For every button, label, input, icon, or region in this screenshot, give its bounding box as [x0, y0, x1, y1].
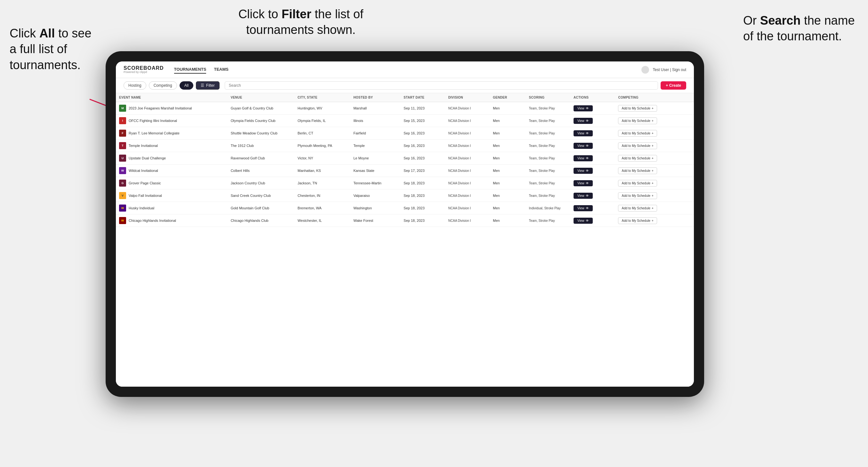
- eye-icon: 👁: [586, 106, 589, 110]
- cell-city: Plymouth Meeting, PA: [294, 139, 350, 152]
- plus-icon: +: [652, 194, 654, 197]
- tab-all[interactable]: All: [180, 81, 193, 90]
- th-actions: ACTIONS: [570, 93, 615, 102]
- team-logo: M: [119, 105, 126, 112]
- add-schedule-button[interactable]: Add to My Schedule +: [618, 155, 657, 162]
- cell-division: NCAA Division I: [445, 139, 490, 152]
- cell-venue: Sand Creek Country Club: [227, 189, 294, 202]
- event-name: Valpo Fall Invitational: [129, 194, 162, 197]
- view-button[interactable]: View 👁: [574, 180, 593, 186]
- filter-icon: ☰: [201, 83, 204, 88]
- cell-division: NCAA Division I: [445, 152, 490, 164]
- app-header: SCOREBOARD Powered by clippd TOURNAMENTS…: [116, 61, 694, 78]
- add-schedule-button[interactable]: Add to My Schedule +: [618, 205, 657, 212]
- filter-label: Filter: [206, 83, 215, 88]
- cell-city: Jackson, TN: [294, 177, 350, 189]
- cell-venue: Olympia Fields Country Club: [227, 115, 294, 127]
- search-input[interactable]: [225, 81, 658, 90]
- table-row: G Grover Page Classic Jackson Country Cl…: [116, 177, 694, 189]
- cell-hosted: Fairfield: [350, 127, 400, 139]
- add-schedule-button[interactable]: Add to My Schedule +: [618, 180, 657, 187]
- view-button[interactable]: View 👁: [574, 193, 593, 199]
- nav-tab-tournaments[interactable]: TOURNAMENTS: [174, 66, 207, 73]
- filter-button[interactable]: ☰ Filter: [196, 81, 220, 90]
- cell-venue: Shuttle Meadow Country Club: [227, 127, 294, 139]
- view-button[interactable]: View 👁: [574, 168, 593, 174]
- nav-tabs: TOURNAMENTS TEAMS: [174, 66, 228, 73]
- cell-city: Olympia Fields, IL: [294, 115, 350, 127]
- cell-competing: Add to My Schedule +: [615, 139, 694, 152]
- view-button[interactable]: View 👁: [574, 218, 593, 224]
- add-schedule-button[interactable]: Add to My Schedule +: [618, 192, 657, 199]
- cell-competing: Add to My Schedule +: [615, 214, 694, 227]
- view-button[interactable]: View 👁: [574, 105, 593, 112]
- cell-gender: Men: [490, 164, 526, 177]
- plus-icon: +: [652, 169, 654, 173]
- cell-city: Chesterton, IN: [294, 189, 350, 202]
- team-logo: G: [119, 180, 126, 187]
- tournaments-table: EVENT NAME VENUE CITY, STATE HOSTED BY S…: [116, 93, 694, 227]
- tab-competing[interactable]: Competing: [149, 81, 177, 90]
- user-avatar: [642, 66, 649, 73]
- th-gender: GENDER: [490, 93, 526, 102]
- add-schedule-button[interactable]: Add to My Schedule +: [618, 118, 657, 124]
- cell-division: NCAA Division I: [445, 177, 490, 189]
- add-schedule-button[interactable]: Add to My Schedule +: [618, 130, 657, 137]
- cell-division: NCAA Division I: [445, 189, 490, 202]
- plus-icon: +: [652, 119, 654, 123]
- eye-icon: 👁: [586, 194, 589, 197]
- th-division: DIVISION: [445, 93, 490, 102]
- event-name: Upstate Dual Challenge: [129, 156, 166, 160]
- view-button[interactable]: View 👁: [574, 143, 593, 149]
- cell-city: Manhattan, KS: [294, 164, 350, 177]
- cell-competing: Add to My Schedule +: [615, 189, 694, 202]
- create-button[interactable]: + Create: [660, 81, 686, 90]
- cell-gender: Men: [490, 127, 526, 139]
- table-row: I OFCC Fighting Illini Invitational Olym…: [116, 115, 694, 127]
- cell-gender: Men: [490, 214, 526, 227]
- cell-gender: Men: [490, 139, 526, 152]
- plus-icon: +: [652, 219, 654, 222]
- cell-event: F Ryan T. Lee Memorial Collegiate: [116, 127, 227, 139]
- cell-hosted: Le Moyne: [350, 152, 400, 164]
- cell-actions: View 👁: [570, 189, 615, 202]
- cell-actions: View 👁: [570, 164, 615, 177]
- cell-date: Sep 11, 2023: [400, 102, 445, 115]
- view-button[interactable]: View 👁: [574, 205, 593, 211]
- event-name: Husky Individual: [129, 206, 154, 210]
- team-logo: W: [119, 217, 126, 224]
- cell-scoring: Individual, Stroke Play: [526, 202, 570, 214]
- event-name: Chicago Highlands Invitational: [129, 219, 176, 222]
- cell-event: T Temple Invitational: [116, 139, 227, 152]
- user-text: Test User | Sign out: [653, 67, 686, 72]
- cell-event: U Upstate Dual Challenge: [116, 152, 227, 164]
- event-name: Ryan T. Lee Memorial Collegiate: [129, 131, 180, 135]
- cell-division: NCAA Division I: [445, 164, 490, 177]
- add-schedule-button[interactable]: Add to My Schedule +: [618, 217, 657, 224]
- plus-icon: +: [652, 144, 654, 148]
- table-header-row: EVENT NAME VENUE CITY, STATE HOSTED BY S…: [116, 93, 694, 102]
- table-container: EVENT NAME VENUE CITY, STATE HOSTED BY S…: [116, 93, 694, 387]
- team-logo: V: [119, 192, 126, 199]
- add-schedule-button[interactable]: Add to My Schedule +: [618, 105, 657, 112]
- view-button[interactable]: View 👁: [574, 130, 593, 136]
- add-schedule-button[interactable]: Add to My Schedule +: [618, 143, 657, 149]
- view-button[interactable]: View 👁: [574, 118, 593, 124]
- cell-scoring: Team, Stroke Play: [526, 127, 570, 139]
- th-city: CITY, STATE: [294, 93, 350, 102]
- tab-hosting[interactable]: Hosting: [124, 81, 146, 90]
- event-name: 2023 Joe Feaganes Marshall Invitational: [129, 106, 192, 110]
- cell-division: NCAA Division I: [445, 102, 490, 115]
- cell-competing: Add to My Schedule +: [615, 115, 694, 127]
- cell-hosted: Wake Forest: [350, 214, 400, 227]
- table-row: T Temple Invitational The 1912 Club Plym…: [116, 139, 694, 152]
- plus-icon: +: [652, 207, 654, 210]
- nav-tab-teams[interactable]: TEAMS: [214, 66, 228, 73]
- team-logo: W: [119, 167, 126, 174]
- annotation-topright: Or Search the name of the tournament.: [743, 13, 859, 44]
- add-schedule-button[interactable]: Add to My Schedule +: [618, 167, 657, 174]
- cell-actions: View 👁: [570, 115, 615, 127]
- view-button[interactable]: View 👁: [574, 155, 593, 161]
- cell-division: NCAA Division I: [445, 127, 490, 139]
- plus-icon: +: [652, 157, 654, 160]
